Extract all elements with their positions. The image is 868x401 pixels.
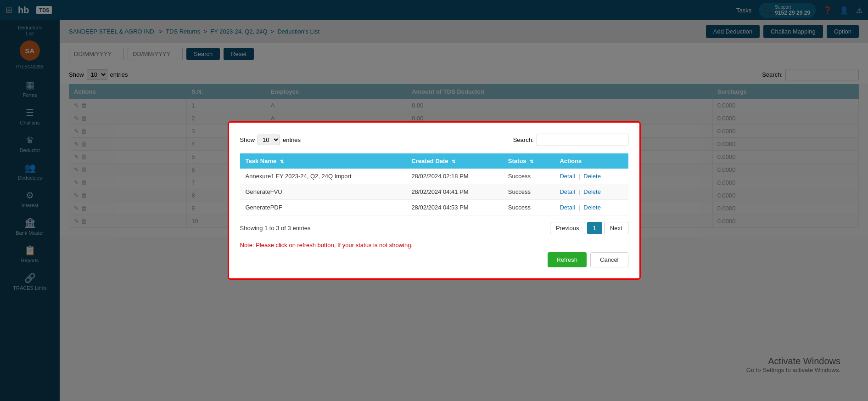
modal-col-actions: Actions — [554, 153, 628, 169]
modal-note: Note: Please click on refresh button, If… — [240, 242, 628, 249]
detail-link[interactable]: Detail — [560, 188, 575, 195]
modal-task-name: Annexure1 FY 2023-24, Q2, 24Q Import — [240, 169, 406, 184]
modal-footer: Showing 1 to 3 of 3 entries Previous 1 N… — [240, 222, 628, 234]
modal-search-label: Search: — [513, 136, 534, 143]
modal-col-task-name[interactable]: Task Name ⇅ — [240, 153, 406, 169]
modal-search: Search: — [513, 134, 628, 146]
detail-link[interactable]: Detail — [560, 173, 575, 180]
modal-entries-label: entries — [283, 136, 301, 143]
modal-top: Show 10 25 50 entries Search: — [240, 134, 628, 146]
modal-task-name: GenerateFVU — [240, 184, 406, 200]
sort-task-icon: ⇅ — [280, 159, 284, 164]
link-separator: | — [578, 173, 580, 180]
cancel-button[interactable]: Cancel — [590, 252, 628, 267]
next-button[interactable]: Next — [604, 222, 628, 234]
pagination: Previous 1 Next — [550, 222, 628, 234]
sort-status-icon: ⇅ — [530, 159, 533, 164]
modal: Show 10 25 50 entries Search: Task Name — [228, 121, 641, 280]
modal-created-date: 28/02/2024 04:53 PM — [406, 200, 502, 215]
modal-table: Task Name ⇅ Created Date ⇅ Status ⇅ Acti… — [240, 153, 628, 215]
modal-show-entries: Show 10 25 50 entries — [240, 135, 301, 145]
modal-table-row: GeneratePDF 28/02/2024 04:53 PM Success … — [240, 200, 628, 215]
modal-col-status-label: Status — [508, 158, 526, 164]
modal-search-input[interactable] — [537, 134, 628, 146]
detail-link[interactable]: Detail — [560, 204, 575, 211]
modal-status: Success — [503, 200, 554, 215]
refresh-button[interactable]: Refresh — [548, 252, 587, 267]
modal-col-created-date[interactable]: Created Date ⇅ — [406, 153, 502, 169]
modal-overlay: Show 10 25 50 entries Search: Task Name — [0, 0, 868, 401]
showing-text: Showing 1 to 3 of 3 entries — [240, 225, 311, 232]
modal-status: Success — [503, 184, 554, 200]
delete-link[interactable]: Delete — [583, 173, 601, 180]
modal-row-actions: Detail | Delete — [554, 169, 628, 184]
prev-button[interactable]: Previous — [550, 222, 585, 234]
sort-date-icon: ⇅ — [452, 159, 455, 164]
delete-link[interactable]: Delete — [583, 204, 601, 211]
page-1-button[interactable]: 1 — [587, 222, 602, 234]
modal-action-buttons: Refresh Cancel — [240, 252, 628, 267]
delete-link[interactable]: Delete — [583, 188, 601, 195]
modal-row-actions: Detail | Delete — [554, 200, 628, 215]
modal-col-actions-label: Actions — [560, 158, 582, 164]
modal-col-created-date-label: Created Date — [411, 158, 448, 164]
modal-status: Success — [503, 169, 554, 184]
modal-table-row: GenerateFVU 28/02/2024 04:41 PM Success … — [240, 184, 628, 200]
modal-row-actions: Detail | Delete — [554, 184, 628, 200]
modal-created-date: 28/02/2024 04:41 PM — [406, 184, 502, 200]
link-separator: | — [578, 188, 580, 195]
modal-table-row: Annexure1 FY 2023-24, Q2, 24Q Import 28/… — [240, 169, 628, 184]
modal-col-task-name-label: Task Name — [246, 158, 277, 164]
modal-task-name: GeneratePDF — [240, 200, 406, 215]
modal-created-date: 28/02/2024 02:18 PM — [406, 169, 502, 184]
modal-show-label: Show — [240, 136, 255, 143]
link-separator: | — [578, 204, 580, 211]
modal-col-status[interactable]: Status ⇅ — [503, 153, 554, 169]
modal-entries-select[interactable]: 10 25 50 — [258, 135, 280, 145]
